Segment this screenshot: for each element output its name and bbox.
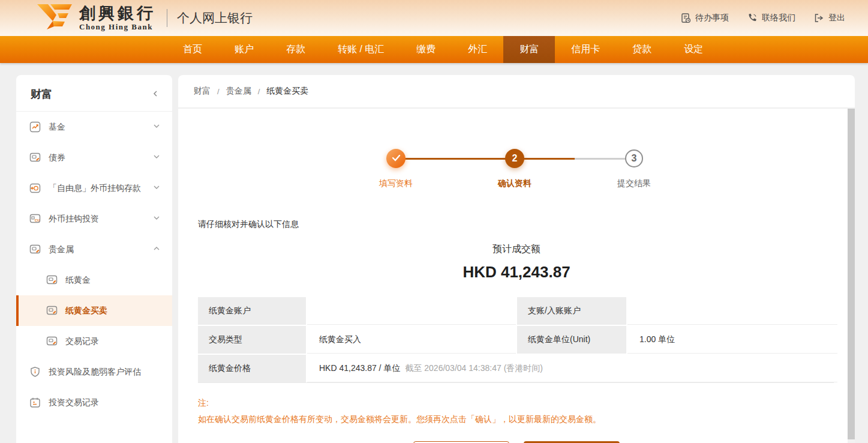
svg-text:CU: CU <box>35 218 40 222</box>
breadcrumb-precious-metals[interactable]: 贵金属 <box>226 86 251 97</box>
fund-icon <box>29 121 41 133</box>
sidebar-item-label: 投资风险及脆弱客户评估 <box>49 366 141 378</box>
breadcrumb-wealth[interactable]: 财富 <box>194 86 211 97</box>
check-icon <box>392 153 401 164</box>
contact-label: 联络我们 <box>762 13 795 23</box>
sidebar-item-transaction-records[interactable]: 交易记录 <box>16 326 172 357</box>
nav-item-settings[interactable]: 设定 <box>668 36 719 63</box>
table-value-gold-account <box>307 297 516 325</box>
step-3-number: 3 <box>632 153 637 164</box>
sidebar-item-bonds[interactable]: 债券 <box>16 142 172 173</box>
top-header: 創興銀行 Chong Hing Bank 个人网上银行 待办事项 <box>0 0 868 36</box>
sidebar-item-label: 交易记录 <box>65 335 99 348</box>
logo-divider <box>167 9 167 27</box>
estimated-amount-label: 预计成交额 <box>178 243 855 256</box>
step-2-circle: 2 <box>505 149 524 168</box>
sidebar: 财富 基金 债券 「自由息」外币挂钩存款 <box>16 75 172 443</box>
calendar-icon <box>29 397 41 408</box>
logout-link[interactable]: 登出 <box>813 13 845 23</box>
todo-link[interactable]: 待办事项 <box>680 13 729 23</box>
chevron-down-icon <box>153 151 160 164</box>
nav-item-transfer[interactable]: 转账 / 电汇 <box>322 36 400 63</box>
step-2-number: 2 <box>512 153 518 164</box>
estimated-amount-value: HKD 41,243.87 <box>178 263 855 282</box>
step-1-circle <box>386 149 406 168</box>
sidebar-item-paper-gold-trading[interactable]: 纸黄金买卖 <box>16 295 172 326</box>
nav-item-wealth[interactable]: 财富 <box>503 36 555 63</box>
sidebar-item-linked-deposit[interactable]: 「自由息」外币挂钩存款 <box>16 173 172 203</box>
deposit-icon <box>29 182 41 194</box>
bank-name-en: Chong Hing Bank <box>79 23 156 31</box>
sidebar-item-label: 「自由息」外币挂钩存款 <box>49 182 141 194</box>
chevron-down-icon <box>153 121 160 133</box>
nav-item-accounts[interactable]: 账户 <box>218 36 270 63</box>
breadcrumb-current: 纸黄金买卖 <box>266 86 308 97</box>
sidebar-item-funds[interactable]: 基金 <box>16 112 172 142</box>
sidebar-item-label: 纸黄金买卖 <box>65 304 107 317</box>
nav-item-home[interactable]: 首页 <box>167 36 218 63</box>
nav-item-deposits[interactable]: 存款 <box>270 36 322 63</box>
portal-title: 个人网上银行 <box>177 10 253 26</box>
sidebar-header: 财富 <box>16 75 172 112</box>
breadcrumb: 财富 / 贵金属 / 纸黄金买卖 <box>178 75 855 108</box>
confirmation-table: 纸黄金账户 支账/入账账户 交易类型 纸黄金买入 纸黄金单位(Unit) 1.0… <box>198 297 834 383</box>
chevron-down-icon <box>153 182 160 194</box>
table-label-gold-units: 纸黄金单位(Unit) <box>517 326 626 354</box>
sidebar-item-label: 债券 <box>49 151 65 164</box>
bank-logo-icon <box>36 3 73 33</box>
doc-pencil-icon <box>29 244 41 255</box>
main-panel: 财富 / 贵金属 / 纸黄金买卖 2 3 <box>178 75 855 443</box>
gold-price-value: HKD 41,243.87 / 单位 <box>319 363 400 374</box>
sidebar-item-label: 基金 <box>49 121 65 133</box>
sidebar-title: 财富 <box>31 87 52 101</box>
chevron-up-icon <box>153 243 160 256</box>
sidebar-item-label: 纸黄金 <box>65 274 91 286</box>
step-connector-1-2 <box>396 158 515 160</box>
todo-icon <box>680 13 691 23</box>
main-nav: 首页 账户 存款 转账 / 电汇 缴费 外汇 财富 信用卡 贷款 设定 <box>0 36 868 63</box>
table-label-debit-account: 支账/入账账户 <box>517 297 626 325</box>
nav-item-payments[interactable]: 缴费 <box>400 36 452 63</box>
header-links: 待办事项 联络我们 登 <box>680 0 845 36</box>
sidebar-item-fx-linked-investment[interactable]: CU 外币挂钩投资 <box>16 203 172 234</box>
sidebar-item-investment-records[interactable]: 投资交易记录 <box>16 387 172 418</box>
logout-label: 登出 <box>828 13 845 23</box>
bank-name: 創興銀行 Chong Hing Bank <box>79 5 156 31</box>
confirm-instruction: 请仔细核对并确认以下信息 <box>198 219 855 230</box>
sidebar-item-risk-assessment[interactable]: 投资风险及脆弱客户评估 <box>16 357 172 387</box>
step-2-label: 确认资料 <box>473 178 557 189</box>
chevron-down-icon <box>153 212 160 225</box>
table-value-transaction-type: 纸黄金买入 <box>307 326 516 354</box>
sidebar-item-precious-metals[interactable]: 贵金属 <box>16 234 172 265</box>
sidebar-item-paper-gold[interactable]: 纸黄金 <box>16 265 172 295</box>
shield-info-icon <box>29 366 41 378</box>
nav-item-fx[interactable]: 外汇 <box>452 36 503 63</box>
breadcrumb-separator: / <box>258 87 260 96</box>
phone-icon <box>747 13 758 23</box>
step-indicator: 2 3 填写资料 确认资料 提交结果 <box>178 124 855 195</box>
content-scrollbar[interactable] <box>848 109 855 443</box>
page: 創興銀行 Chong Hing Bank 个人网上银行 待办事项 <box>0 0 868 443</box>
gold-price-timestamp: 截至 2026/03/04 14:38:47 (香港时间) <box>405 363 543 374</box>
doc-pencil-icon <box>46 305 58 316</box>
note-body: 如在确认交易前纸黄金价格有所变动，交易金额将会更新。您须再次点击「确认」，以更新… <box>198 411 855 427</box>
table-label-gold-account: 纸黄金账户 <box>198 297 306 325</box>
logout-icon <box>813 13 824 23</box>
sidebar-item-label: 外币挂钩投资 <box>49 212 99 225</box>
bank-logo[interactable]: 創興銀行 Chong Hing Bank 个人网上银行 <box>36 3 253 33</box>
table-value-gold-units: 1.00 单位 <box>627 326 837 354</box>
fx-invest-icon: CU <box>29 213 41 225</box>
doc-pencil-icon <box>29 152 41 163</box>
contact-link[interactable]: 联络我们 <box>747 13 795 23</box>
content-area: 2 3 填写资料 确认资料 提交结果 请仔细核对并确认以下信息 预计成交额 HK… <box>178 109 855 443</box>
scrollbar-thumb[interactable] <box>848 109 855 439</box>
step-3-circle: 3 <box>625 149 643 167</box>
table-label-gold-price: 纸黄金价格 <box>198 355 306 382</box>
bank-name-zh: 創興銀行 <box>79 5 156 22</box>
nav-item-creditcard[interactable]: 信用卡 <box>555 36 616 63</box>
collapse-sidebar-icon[interactable] <box>152 89 159 100</box>
estimated-amount-block: 预计成交额 HKD 41,243.87 <box>178 243 855 282</box>
note: 注: 如在确认交易前纸黄金价格有所变动，交易金额将会更新。您须再次点击「确认」，… <box>198 395 855 427</box>
table-label-transaction-type: 交易类型 <box>198 326 306 354</box>
nav-item-loans[interactable]: 贷款 <box>616 36 668 63</box>
